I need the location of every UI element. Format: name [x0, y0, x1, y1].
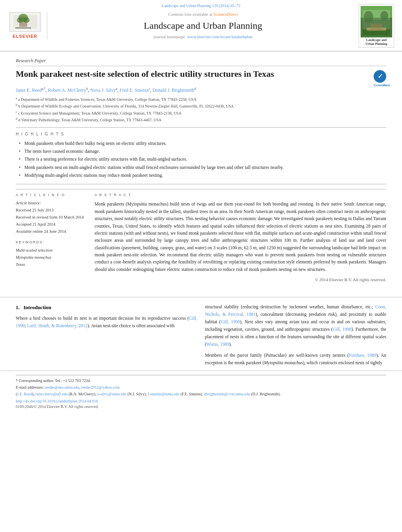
elsevier-tree-svg [11, 13, 39, 31]
article-history: Article history: Received 25 July 2013 R… [16, 200, 87, 235]
article-info-section: A R T I C L E I N F O Article history: R… [16, 193, 87, 235]
intro-paragraph-3: Members of the parrot family (Psittacida… [205, 352, 386, 367]
svg-point-3 [17, 17, 23, 23]
article-type-label: Research Paper [16, 57, 386, 66]
journal-cover-box: Landscape andUrban Planning [359, 4, 394, 48]
authors-line: Janet E. Reeda,*, Robert A. McCleeryb, N… [16, 87, 386, 94]
ref-initials-nj[interactable]: n-silvy@tamu.edu [97, 392, 127, 396]
doi-line: http://dx.doi.org/10.1016/j.landurbplan.… [16, 399, 386, 404]
author-reed[interactable]: Janet E. Reed [16, 87, 42, 93]
abstract-text: Monk parakeets (Myiopsitta monachus) bui… [95, 200, 386, 273]
ref-initials-dj[interactable]: dbrigthsmith@cvm.tamu.edu [204, 392, 250, 396]
highlight-item: There is a nesting preference for electr… [19, 156, 386, 162]
homepage-url[interactable]: www.elsevier.com/locate/landurbplan [187, 34, 252, 39]
highlight-item: Monk parakeets often build their bulky t… [19, 140, 386, 146]
right-column: A B S T R A C T Monk parakeets (Myiopsit… [95, 193, 386, 283]
section-number: 1. [16, 304, 20, 310]
svg-rect-11 [367, 28, 386, 31]
intro-heading: 1. Introduction [16, 303, 197, 311]
affiliation-a: a a Department of Wildlife and Fisheries… [16, 96, 386, 103]
sciencedirect-link[interactable]: ScienceDirect [214, 12, 238, 17]
article-title-text: Monk parakeet nest-site selection of ele… [16, 69, 370, 80]
author-smeins[interactable]: Fred E. Smeins [119, 87, 149, 93]
abstract-label: A B S T R A C T [95, 193, 386, 198]
keyword-3: Texas [16, 262, 25, 267]
footnote-star: * Corresponding author. Tel.: +1 512 703… [16, 378, 386, 384]
license-line: 0169-2046/© 2014 Elsevier B.V. All right… [16, 404, 386, 410]
ref-gill-1990c[interactable]: Gill, 1990 [333, 327, 351, 332]
footnote-initials: (J.E. Reed), ramccleery@ufl.edu (R.A. Mc… [16, 391, 386, 397]
ref-wiens-1989[interactable]: Wiens, 1989 [207, 342, 229, 347]
contents-label: Contents lists available at [168, 12, 212, 17]
svg-point-4 [23, 17, 30, 23]
journal-title: Landscape and Urban Planning [52, 19, 354, 33]
affiliation-b: b b Department of Wildlife Ecology and C… [16, 103, 386, 109]
author-brightsmith[interactable]: Donald J. Brightsmith [153, 87, 194, 93]
highlights-label: H I G H L I G H T S [16, 132, 386, 137]
ref-initials-ra[interactable]: ramccleery@ufl.edu [35, 392, 68, 396]
body-right-column: structural stability (reducing destructi… [205, 303, 386, 367]
svg-rect-12 [370, 24, 382, 30]
intro-paragraph-1: Where a bird chooses to build its nest i… [16, 315, 197, 330]
affiliation-d: d d Veterinary Pathobiology, Texas A&M U… [16, 117, 386, 123]
ref-forshaw-1989[interactable]: Forshaw, 1989 [349, 353, 376, 358]
article-info-abstract-section: A R T I C L E I N F O Article history: R… [16, 189, 386, 283]
affiliation-c: c c Ecosystem Science and Management, Te… [16, 110, 386, 117]
cover-image-svg [361, 6, 392, 37]
left-column: A R T I C L E I N F O Article history: R… [16, 193, 87, 283]
highlight-item: The nests have caused economic damage. [19, 148, 386, 154]
keyword-1: Multi-scaled selection [16, 248, 52, 252]
footnote-email-link-2[interactable]: reedje2012@yahoo.com [81, 385, 120, 389]
contents-available-line: Contents lists available at ScienceDirec… [52, 11, 354, 17]
keyword-2: Myiopsitta monachus [16, 255, 51, 260]
article-title-row: Monk parakeet nest-site selection of ele… [16, 69, 386, 83]
crossmark-text: CrossMark [374, 83, 386, 87]
received-date: Received 25 July 2013 [16, 208, 54, 212]
footnote-email-label: E-mail addresses: [16, 385, 44, 389]
article-content: Research Paper Monk parakeet nest-site s… [0, 52, 402, 291]
ref-gill-1990b[interactable]: Gill, 1990 [221, 319, 240, 324]
journal-homepage-line: journal homepage: www.elsevier.com/locat… [52, 34, 354, 40]
author-mccleery[interactable]: Robert A. McCleery [48, 87, 86, 93]
body-left-column: 1. Introduction Where a bird chooses to … [16, 303, 197, 367]
highlight-item: Monk parakeets nest on multi-angled elec… [19, 164, 386, 171]
intro-paragraph-2: structural stability (reducing destructi… [205, 303, 386, 348]
svg-point-9 [364, 11, 373, 23]
homepage-label: journal homepage: [154, 34, 186, 39]
keywords-list: Multi-scaled selection Myiopsitta monach… [16, 247, 87, 268]
available-date: Available online 24 June 2014 [16, 229, 66, 234]
accepted-date: Accepted 21 April 2014 [16, 222, 56, 226]
copyright-line: © 2014 Elsevier B.V. All rights reserved… [95, 277, 386, 283]
footnote-emails-line: E-mail addresses: reedje@neo.tamu.edu, r… [16, 384, 386, 390]
highlight-item: Modifying multi-angled electric stations… [19, 172, 386, 178]
elsevier-logo-box: ELSEVIER [8, 12, 47, 39]
crossmark-icon: ✓ [374, 70, 386, 83]
highlights-list: Monk parakeets often build their bulky t… [16, 140, 386, 178]
section-title: Introduction [24, 304, 52, 310]
doi-link[interactable]: http://dx.doi.org/10.1016/j.landurbplan.… [16, 399, 98, 403]
svg-rect-8 [363, 20, 390, 35]
revised-date: Received in revised form 10 March 2014 [16, 215, 84, 219]
journal-center: Contents lists available at ScienceDirec… [52, 11, 354, 40]
crossmark-badge[interactable]: ✓ CrossMark [374, 70, 386, 83]
volume-info: Landscape and Urban Planning 129 (2014) … [162, 3, 240, 9]
cover-label: Landscape andUrban Planning [366, 38, 387, 46]
ref-initials-fe[interactable]: f-smeins@tamu.edu [148, 392, 180, 396]
footnote-divider [16, 375, 386, 375]
history-label: Article history: [16, 201, 41, 205]
footnote-area: * Corresponding author. Tel.: +1 512 703… [0, 371, 402, 410]
elsevier-logo-image [9, 12, 41, 32]
keywords-section: Keywords: Multi-scaled selection Myiopsi… [16, 240, 87, 268]
author-silvy[interactable]: Nova J. Silvy [90, 87, 116, 93]
keywords-label: Keywords: [16, 240, 87, 245]
section-divider [0, 297, 402, 297]
body-section: 1. Introduction Where a bird chooses to … [0, 303, 402, 367]
affiliations-block: a a Department of Wildlife and Fisheries… [16, 96, 386, 123]
journal-cover-image [361, 6, 392, 37]
ref-initials-jE[interactable]: J.E. Reed [17, 392, 32, 396]
svg-rect-7 [361, 6, 392, 18]
footnote-email-link-1[interactable]: reedje@neo.tamu.edu [45, 385, 79, 389]
page-wrapper: Landscape and Urban Planning 129 (2014) … [0, 0, 402, 410]
ref-coon-1981[interactable]: Coon, Nichols, & Percival, 1981 [205, 304, 386, 317]
ref-latif-2012[interactable]: Latif, Heath, & Rotenberry, 2012 [27, 323, 87, 328]
